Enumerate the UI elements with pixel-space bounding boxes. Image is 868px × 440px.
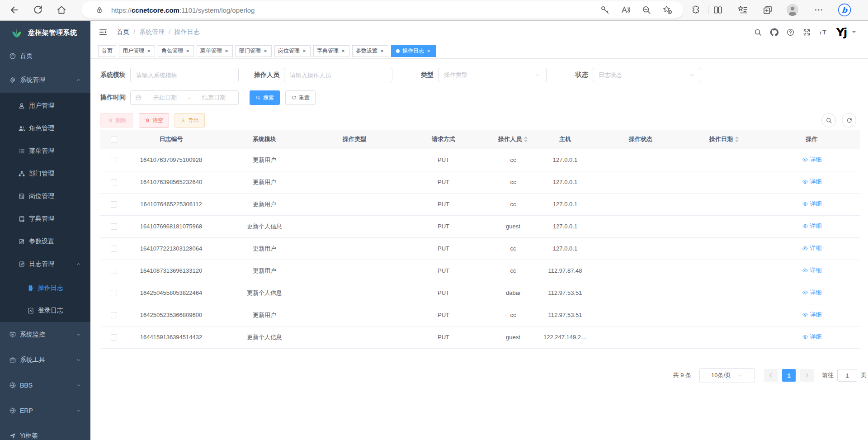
- row-checkbox[interactable]: [111, 246, 117, 252]
- sidebar-item-6[interactable]: 部门管理: [0, 162, 90, 185]
- avatar-caret-icon[interactable]: [852, 30, 856, 34]
- row-checkbox[interactable]: [111, 334, 117, 341]
- row-checkbox[interactable]: [111, 290, 117, 296]
- tab-3[interactable]: 角色管理×: [158, 45, 194, 57]
- tab-close-icon[interactable]: ×: [263, 47, 268, 54]
- detail-link[interactable]: 详细: [802, 222, 822, 230]
- detail-link[interactable]: 详细: [802, 156, 822, 164]
- favorite-add-icon[interactable]: [662, 5, 673, 15]
- extensions-icon[interactable]: [691, 5, 702, 15]
- browser-back-icon[interactable]: [9, 5, 20, 15]
- tab-7[interactable]: 字典管理×: [313, 45, 349, 57]
- detail-link[interactable]: 详细: [802, 266, 822, 274]
- sidebar-item-4[interactable]: 角色管理: [0, 117, 90, 140]
- fullscreen-icon[interactable]: [802, 28, 811, 37]
- sidebar-item-17[interactable]: Yi框架: [0, 423, 90, 440]
- row-checkbox[interactable]: [111, 223, 117, 230]
- reset-button[interactable]: 重置: [285, 90, 316, 105]
- url-text[interactable]: https://ccnetcore.com:1101/system/log/op…: [111, 6, 255, 14]
- column-header-5[interactable]: 操作人员: [492, 130, 534, 149]
- sort-carets-icon[interactable]: [735, 135, 739, 143]
- tab-8[interactable]: 参数设置×: [352, 45, 388, 57]
- help-icon[interactable]: [786, 28, 795, 37]
- sidebar-item-16[interactable]: ERP: [0, 398, 90, 423]
- page-size-select[interactable]: 10条/页: [699, 368, 755, 383]
- detail-link[interactable]: 详细: [802, 200, 822, 208]
- sidebar-item-12[interactable]: 登录日志: [0, 299, 90, 322]
- tab-close-icon[interactable]: ×: [185, 47, 190, 54]
- row-checkbox[interactable]: [111, 268, 117, 274]
- sidebar-item-8[interactable]: 字典管理: [0, 208, 90, 230]
- next-page-button[interactable]: [800, 369, 814, 382]
- sidebar-item-5[interactable]: 菜单管理: [0, 140, 90, 162]
- tab-4[interactable]: 菜单管理×: [197, 45, 233, 57]
- row-checkbox[interactable]: [111, 179, 117, 185]
- sidebar-item-2[interactable]: 系统管理: [0, 67, 90, 93]
- detail-link[interactable]: 详细: [802, 178, 822, 186]
- module-input[interactable]: [136, 72, 233, 79]
- tab-close-icon[interactable]: ×: [146, 47, 151, 54]
- clear-button[interactable]: 清空: [139, 113, 169, 128]
- tab-1[interactable]: 首页: [98, 45, 116, 57]
- sidebar-item-14[interactable]: 系统工具: [0, 347, 90, 373]
- detail-link[interactable]: 详细: [802, 311, 822, 319]
- prev-page-button[interactable]: [764, 369, 778, 382]
- tab-close-icon[interactable]: ×: [302, 47, 307, 54]
- header-search-icon[interactable]: [754, 28, 762, 37]
- github-icon[interactable]: [770, 28, 778, 37]
- refresh-table-button[interactable]: [842, 113, 856, 128]
- password-key-icon[interactable]: [599, 5, 610, 15]
- sidebar-item-3[interactable]: 用户管理: [0, 95, 90, 117]
- tab-5[interactable]: 部门管理×: [236, 45, 272, 57]
- tab-close-icon[interactable]: ×: [224, 47, 229, 54]
- type-select[interactable]: 操作类型: [438, 68, 547, 82]
- sidebar-collapse-icon[interactable]: [99, 28, 108, 37]
- search-button[interactable]: 搜索: [250, 90, 280, 105]
- tab-close-icon[interactable]: ×: [340, 47, 346, 54]
- current-page-button[interactable]: 1: [782, 369, 796, 382]
- favorites-icon[interactable]: [737, 5, 748, 15]
- browser-avatar[interactable]: [786, 4, 799, 16]
- goto-page-input[interactable]: 1: [837, 369, 857, 382]
- split-screen-icon[interactable]: [712, 5, 723, 15]
- sidebar-item-9[interactable]: 参数设置: [0, 230, 90, 253]
- delete-button[interactable]: 删除: [100, 113, 133, 128]
- row-checkbox[interactable]: [111, 157, 117, 163]
- operator-input[interactable]: [290, 72, 387, 79]
- sidebar-item-15[interactable]: BBS: [0, 373, 90, 398]
- sidebar-item-13[interactable]: 系统监控: [0, 322, 90, 347]
- read-aloud-icon[interactable]: [620, 5, 631, 15]
- tab-close-icon[interactable]: ×: [379, 47, 385, 54]
- detail-link[interactable]: 详细: [802, 244, 822, 252]
- sidebar-item-7[interactable]: 岗位管理: [0, 185, 90, 208]
- sidebar-item-10[interactable]: 日志管理: [0, 253, 90, 275]
- breadcrumb-item[interactable]: 首页: [117, 28, 129, 36]
- bing-icon[interactable]: b: [838, 3, 851, 17]
- select-all-checkbox[interactable]: [111, 137, 117, 143]
- detail-link[interactable]: 详细: [802, 289, 822, 297]
- collections-icon[interactable]: [762, 5, 773, 15]
- font-size-icon[interactable]: тT: [819, 28, 827, 37]
- tab-close-icon[interactable]: ×: [426, 47, 431, 54]
- show-search-button[interactable]: [821, 113, 836, 128]
- date-range-input[interactable]: 开始日期 - 结束日期: [130, 90, 239, 105]
- breadcrumb-item[interactable]: 系统管理: [139, 28, 165, 36]
- zoom-out-icon[interactable]: [641, 5, 652, 15]
- user-avatar[interactable]: Yj: [834, 25, 849, 39]
- tab-9[interactable]: 操作日志×: [391, 45, 436, 57]
- tab-2[interactable]: 用户管理×: [119, 45, 155, 57]
- sidebar-item-11[interactable]: 操作日志: [0, 277, 90, 299]
- detail-link[interactable]: 详细: [802, 333, 822, 341]
- tab-6[interactable]: 岗位管理×: [274, 45, 311, 57]
- sort-carets-icon[interactable]: [524, 135, 528, 143]
- row-checkbox[interactable]: [111, 312, 117, 318]
- sidebar-item-1[interactable]: 首页: [0, 45, 90, 67]
- status-select[interactable]: 日志状态: [593, 68, 701, 82]
- column-header-8[interactable]: 操作日期: [685, 130, 764, 149]
- row-checkbox[interactable]: [111, 201, 117, 208]
- browser-menu-icon[interactable]: [813, 5, 824, 15]
- address-bar[interactable]: https://ccnetcore.com:1101/system/log/op…: [81, 1, 684, 19]
- export-button[interactable]: 导出: [175, 113, 205, 128]
- browser-refresh-icon[interactable]: [33, 5, 43, 15]
- browser-home-icon[interactable]: [56, 5, 67, 15]
